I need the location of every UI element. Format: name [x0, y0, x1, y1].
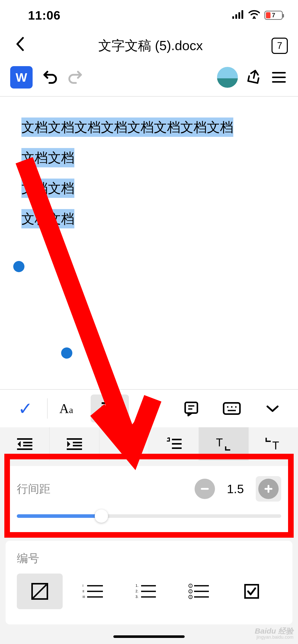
svg-rect-15 — [185, 402, 197, 413]
wifi-icon — [248, 10, 260, 21]
divider — [47, 398, 48, 419]
svg-line-44 — [33, 585, 46, 598]
slider-fill — [17, 514, 101, 518]
line-spacing-button[interactable] — [100, 427, 149, 460]
confirm-button[interactable]: ✓ — [6, 394, 45, 422]
paragraph-tab[interactable] — [91, 394, 129, 422]
watermark: Baidu 经验 jingyan.baidu.com — [255, 627, 293, 639]
status-time: 11:06 — [28, 8, 61, 22]
svg-rect-1 — [235, 14, 237, 19]
numbering-none-option[interactable] — [17, 574, 63, 609]
home-indicator[interactable] — [113, 635, 185, 638]
redo-button[interactable] — [66, 67, 86, 87]
svg-rect-66 — [245, 585, 258, 598]
svg-text:T: T — [272, 439, 279, 451]
svg-text:2.: 2. — [136, 589, 139, 593]
insert-tab[interactable] — [131, 394, 170, 422]
svg-point-21 — [235, 406, 237, 408]
svg-text:1.: 1. — [136, 583, 139, 588]
svg-text:3.: 3. — [136, 595, 139, 599]
selected-text-line[interactable]: 文档文档 — [21, 209, 74, 228]
svg-point-20 — [231, 406, 233, 408]
document-title: 文字文稿 (5).docx — [98, 37, 203, 55]
selection-handle-start[interactable] — [13, 261, 24, 272]
increase-indent-button[interactable] — [50, 427, 99, 460]
numbering-label: 编号 — [17, 551, 281, 566]
numbering-decimal-option[interactable]: 1.2.3. — [123, 574, 169, 609]
line-spacing-card: 行间距 1.5 — [6, 466, 292, 533]
selected-text-line[interactable]: 文档文档 — [21, 148, 74, 167]
text-direction-rtl-button[interactable]: T — [249, 427, 298, 460]
svg-point-4 — [253, 16, 255, 18]
svg-text:a: a — [69, 405, 73, 415]
numbering-circled-option[interactable]: 123 — [176, 574, 222, 609]
svg-text:3: 3 — [190, 596, 191, 598]
keyboard-tab[interactable] — [213, 394, 251, 422]
status-indicators: 7 — [232, 10, 283, 21]
status-bar: 11:06 7 — [0, 0, 298, 31]
svg-text:I: I — [83, 584, 83, 588]
svg-text:II: II — [83, 590, 84, 593]
battery-icon: 7 — [264, 11, 283, 20]
app-badge-word[interactable]: W — [10, 66, 33, 89]
format-tab-bar: ✓ Aa — [0, 389, 298, 427]
numbering-checkbox-option[interactable] — [229, 574, 275, 609]
text-direction-ltr-button[interactable]: T — [199, 427, 249, 460]
battery-percent: 7 — [265, 12, 282, 19]
svg-text:1: 1 — [190, 584, 191, 587]
line-spacing-slider[interactable] — [17, 514, 281, 518]
slider-thumb[interactable] — [95, 509, 108, 523]
line-spacing-value: 1.5 — [220, 482, 251, 496]
svg-text:2: 2 — [190, 590, 191, 593]
cellular-icon — [232, 10, 244, 21]
menu-button[interactable] — [270, 70, 288, 85]
title-bar: 文字文稿 (5).docx 7 — [0, 31, 298, 64]
back-button[interactable] — [10, 37, 30, 55]
svg-text:T: T — [216, 437, 223, 449]
tab-count-value: 7 — [277, 40, 282, 51]
font-tab[interactable]: Aa — [50, 394, 88, 422]
paragraph-format-row: T T — [0, 427, 298, 460]
svg-rect-2 — [238, 12, 240, 19]
tab-count-button[interactable]: 7 — [272, 38, 288, 54]
selected-text-line[interactable]: 文档文档 — [21, 179, 74, 198]
svg-rect-18 — [224, 403, 240, 414]
user-avatar[interactable] — [217, 67, 238, 88]
list-button[interactable] — [149, 427, 199, 460]
svg-text:A: A — [59, 401, 69, 416]
numbering-roman-option[interactable]: IIIIII — [70, 574, 116, 609]
decrease-spacing-button[interactable] — [195, 479, 215, 499]
numbering-options: IIIIII 1.2.3. 123 — [17, 574, 281, 609]
decrease-indent-button[interactable] — [0, 427, 50, 460]
svg-text:III: III — [83, 595, 85, 599]
line-spacing-label: 行间距 — [17, 481, 189, 496]
share-button[interactable] — [245, 68, 263, 87]
settings-panel: 行间距 1.5 编号 IIIIII 1.2.3 — [0, 460, 298, 644]
selected-text-line[interactable]: 文档文档文档文档文档文档文档文档 — [21, 118, 233, 137]
svg-rect-0 — [232, 16, 234, 19]
app-toolbar: W — [0, 64, 298, 97]
increase-spacing-button[interactable] — [256, 476, 281, 502]
svg-point-19 — [227, 406, 228, 408]
selection-handle-end[interactable] — [61, 347, 72, 359]
svg-rect-3 — [241, 10, 243, 19]
review-tab[interactable] — [172, 394, 210, 422]
collapse-button[interactable] — [253, 394, 292, 422]
undo-button[interactable] — [40, 67, 59, 87]
numbering-card: 编号 IIIIII 1.2.3. 123 — [6, 541, 292, 624]
